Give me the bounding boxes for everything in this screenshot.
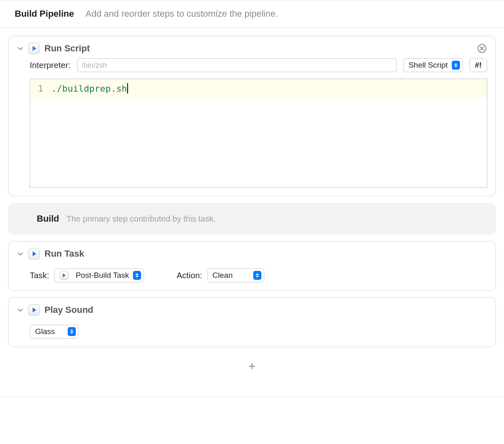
task-play-icon [60, 271, 69, 280]
text-cursor [127, 83, 128, 94]
add-row: + [8, 354, 496, 389]
stepper-icon [133, 271, 141, 280]
stepper-icon [452, 61, 460, 70]
add-step-button[interactable]: + [246, 360, 258, 372]
action-select[interactable]: Clean [207, 268, 264, 282]
script-editor[interactable]: 1 ./buildprep.sh [30, 79, 487, 188]
interpreter-input[interactable] [77, 58, 397, 72]
footer-divider [0, 397, 504, 405]
close-icon[interactable] [477, 43, 487, 54]
card-header-run-script: Run Script [9, 36, 495, 58]
chevron-down-icon[interactable] [17, 250, 24, 257]
plus-icon: + [248, 359, 256, 373]
shebang-button[interactable]: #! [469, 58, 487, 72]
chevron-down-icon[interactable] [17, 45, 24, 52]
card-title-build: Build [37, 213, 59, 224]
task-play-icon [28, 43, 40, 54]
card-body-run-script: Interpreter: Shell Script #! 1 ./buildpr… [9, 58, 495, 196]
card-title-play-sound: Play Sound [44, 305, 93, 315]
action-label: Action: [177, 271, 202, 280]
card-play-sound: Play Sound Glass [8, 297, 496, 347]
stepper-icon [253, 271, 261, 280]
interpreter-label: Interpreter: [30, 61, 71, 70]
card-build: Build The primary step contributed by th… [8, 203, 496, 235]
page-subtitle: Add and reorder steps to customize the p… [85, 9, 278, 19]
editor-line-1: 1 ./buildprep.sh [30, 79, 487, 98]
action-select-value: Clean [212, 271, 249, 280]
sound-select[interactable]: Glass [30, 325, 79, 338]
code-text: ./buildprep.sh [47, 83, 128, 94]
page-header: Build Pipeline Add and reorder steps to … [0, 0, 504, 28]
task-label: Task: [30, 271, 49, 280]
content-area: Run Script Interpreter: Shell Script #! … [0, 28, 504, 397]
script-type-select[interactable]: Shell Script [403, 58, 463, 72]
page-title: Build Pipeline [15, 9, 74, 19]
card-run-script: Run Script Interpreter: Shell Script #! … [8, 36, 496, 196]
card-title-run-script: Run Script [44, 43, 90, 54]
card-run-task: Run Task Task: Post-Build Task Action: C… [8, 241, 496, 291]
script-type-value: Shell Script [409, 61, 448, 70]
task-select[interactable]: Post-Build Task [54, 268, 144, 282]
chevron-down-icon[interactable] [17, 306, 24, 314]
sound-select-value: Glass [35, 327, 64, 336]
line-number: 1 [30, 84, 47, 94]
card-title-run-task: Run Task [44, 248, 84, 259]
card-body-run-task: Task: Post-Build Task Action: Clean [9, 266, 495, 290]
stepper-icon [68, 327, 76, 336]
card-subtitle-build: The primary step contributed by this tas… [66, 214, 216, 224]
task-play-icon [28, 248, 40, 259]
card-header-play-sound: Play Sound [9, 298, 495, 322]
task-play-icon [28, 304, 40, 316]
task-select-value: Post-Build Task [76, 271, 129, 280]
card-body-play-sound: Glass [9, 322, 495, 347]
card-header-run-task: Run Task [9, 242, 495, 266]
